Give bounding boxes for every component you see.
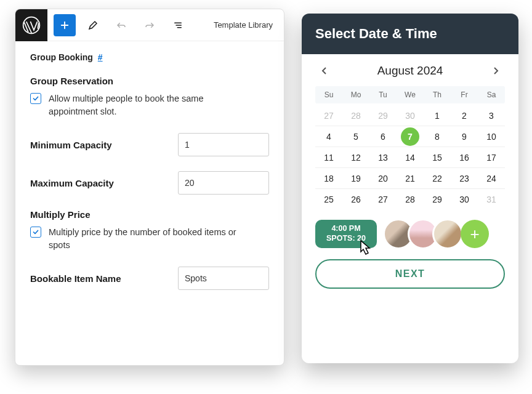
calendar-day[interactable]: 20 bbox=[369, 174, 397, 183]
calendar-day[interactable]: 7 bbox=[397, 127, 424, 146]
next-button[interactable]: NEXT bbox=[315, 259, 505, 289]
multiply-price-label: Multiply price by the number of booked i… bbox=[49, 226, 252, 252]
redo-icon bbox=[144, 20, 155, 31]
calendar-day[interactable]: 28 bbox=[342, 111, 369, 121]
calendar-day[interactable]: 9 bbox=[451, 132, 478, 142]
add-person-button[interactable]: + bbox=[461, 220, 489, 248]
max-capacity-row: Maximum Capacity bbox=[30, 171, 269, 195]
timeslot-spots: SPOTS: 20 bbox=[324, 234, 368, 244]
min-capacity-input[interactable] bbox=[178, 133, 269, 156]
datetime-header: Select Date & Time bbox=[302, 14, 518, 54]
multiply-price-checkbox[interactable] bbox=[30, 227, 41, 238]
group-reservation-heading: Group Reservation bbox=[30, 76, 269, 86]
chevron-right-icon bbox=[493, 66, 499, 75]
max-capacity-input[interactable] bbox=[178, 171, 269, 195]
breadcrumb-hash[interactable]: # bbox=[98, 52, 103, 62]
week-row: 45678910 bbox=[315, 126, 505, 147]
calendar-day[interactable]: 27 bbox=[315, 111, 342, 121]
min-capacity-label: Minimum Capacity bbox=[30, 140, 112, 150]
breadcrumb-label: Group Booking bbox=[30, 52, 93, 62]
calendar-day[interactable]: 24 bbox=[478, 174, 505, 183]
calendar-day[interactable]: 2 bbox=[451, 111, 478, 121]
datetime-panel: Select Date & Time August 2024 SuMoTuWeT… bbox=[302, 14, 518, 363]
calendar-day[interactable]: 10 bbox=[478, 132, 505, 142]
min-capacity-row: Minimum Capacity bbox=[30, 133, 269, 156]
calendar-day[interactable]: 25 bbox=[315, 195, 342, 204]
calendar-day[interactable]: 3 bbox=[478, 111, 505, 121]
multiply-price-row: Multiply price by the number of booked i… bbox=[30, 226, 269, 252]
bookable-item-input[interactable] bbox=[178, 267, 269, 290]
calendar-day[interactable]: 21 bbox=[397, 174, 424, 183]
calendar-day[interactable]: 30 bbox=[451, 195, 478, 204]
calendar-day[interactable]: 6 bbox=[369, 132, 397, 142]
edit-button[interactable] bbox=[82, 14, 104, 36]
calendar-day[interactable]: 15 bbox=[424, 153, 451, 163]
week-row: 18192021222324 bbox=[315, 168, 505, 189]
calendar-day[interactable]: 29 bbox=[369, 111, 397, 121]
calendar-weeks: 2728293012345678910111213141516171819202… bbox=[315, 105, 505, 210]
list-icon bbox=[172, 20, 183, 31]
calendar: August 2024 SuMoTuWeThFrSa 2728293012345… bbox=[302, 54, 518, 210]
calendar-day[interactable]: 14 bbox=[397, 153, 424, 163]
undo-icon bbox=[116, 20, 127, 31]
settings-body: Group Booking # Group Reservation Allow … bbox=[15, 41, 284, 320]
dow-cell: Fr bbox=[451, 90, 478, 99]
timeslot-time: 4:00 PM bbox=[324, 224, 368, 234]
calendar-day[interactable]: 31 bbox=[478, 195, 505, 204]
calendar-day[interactable]: 30 bbox=[397, 111, 424, 121]
multiply-price-heading: Multiply Price bbox=[30, 209, 269, 220]
undo-button[interactable] bbox=[110, 14, 132, 36]
slot-row: 4:00 PM SPOTS: 20 + bbox=[302, 210, 518, 257]
editor-toolbar: Template Library bbox=[15, 9, 284, 41]
allow-multiple-checkbox[interactable] bbox=[30, 93, 41, 104]
calendar-day[interactable]: 1 bbox=[424, 111, 451, 121]
max-capacity-label: Maximum Capacity bbox=[30, 178, 114, 188]
calendar-day[interactable]: 22 bbox=[424, 174, 451, 183]
calendar-day[interactable]: 23 bbox=[451, 174, 478, 183]
avatar bbox=[432, 219, 463, 249]
wordpress-logo[interactable] bbox=[15, 9, 47, 41]
check-icon bbox=[32, 95, 39, 102]
calendar-day[interactable]: 17 bbox=[478, 153, 505, 163]
calendar-day[interactable]: 8 bbox=[424, 132, 451, 142]
bookable-item-row: Bookable Item Name bbox=[30, 267, 269, 290]
plus-icon: + bbox=[470, 225, 479, 244]
settings-panel: Template Library Group Booking # Group R… bbox=[15, 9, 284, 366]
prev-month-button[interactable] bbox=[315, 62, 334, 80]
week-row: 11121314151617 bbox=[315, 147, 505, 168]
week-row: 27282930123 bbox=[315, 105, 505, 126]
bookable-item-label: Bookable Item Name bbox=[30, 273, 121, 284]
calendar-day[interactable]: 12 bbox=[342, 153, 369, 163]
dow-row: SuMoTuWeThFrSa bbox=[315, 86, 505, 103]
dow-cell: We bbox=[397, 90, 424, 99]
list-view-button[interactable] bbox=[167, 14, 189, 36]
calendar-day[interactable]: 13 bbox=[369, 153, 397, 163]
pencil-icon bbox=[87, 20, 99, 31]
week-row: 25262728293031 bbox=[315, 189, 505, 210]
dow-cell: Sa bbox=[478, 90, 505, 99]
template-library-link[interactable]: Template Library bbox=[214, 20, 273, 30]
next-month-button[interactable] bbox=[486, 62, 505, 80]
dow-cell: Tu bbox=[369, 90, 397, 99]
calendar-day[interactable]: 5 bbox=[342, 132, 369, 142]
calendar-day[interactable]: 27 bbox=[369, 195, 397, 204]
calendar-day[interactable]: 11 bbox=[315, 153, 342, 163]
calendar-day[interactable]: 26 bbox=[342, 195, 369, 204]
redo-button[interactable] bbox=[139, 14, 161, 36]
calendar-day[interactable]: 19 bbox=[342, 174, 369, 183]
calendar-day[interactable]: 16 bbox=[451, 153, 478, 163]
allow-multiple-row: Allow multiple people to book the same a… bbox=[30, 92, 269, 118]
avatar-stack bbox=[383, 219, 463, 249]
allow-multiple-label: Allow multiple people to book the same a… bbox=[49, 92, 252, 118]
dow-cell: Mo bbox=[342, 90, 369, 99]
add-block-button[interactable] bbox=[54, 14, 76, 36]
calendar-day[interactable]: 29 bbox=[424, 195, 451, 204]
calendar-day[interactable]: 18 bbox=[315, 174, 342, 183]
dow-cell: Su bbox=[315, 90, 342, 99]
calendar-day[interactable]: 4 bbox=[315, 132, 342, 142]
dow-cell: Th bbox=[424, 90, 451, 99]
breadcrumb: Group Booking # bbox=[30, 52, 269, 62]
calendar-day[interactable]: 28 bbox=[397, 195, 424, 204]
timeslot-chip[interactable]: 4:00 PM SPOTS: 20 bbox=[315, 220, 377, 247]
calendar-nav: August 2024 bbox=[315, 62, 505, 80]
